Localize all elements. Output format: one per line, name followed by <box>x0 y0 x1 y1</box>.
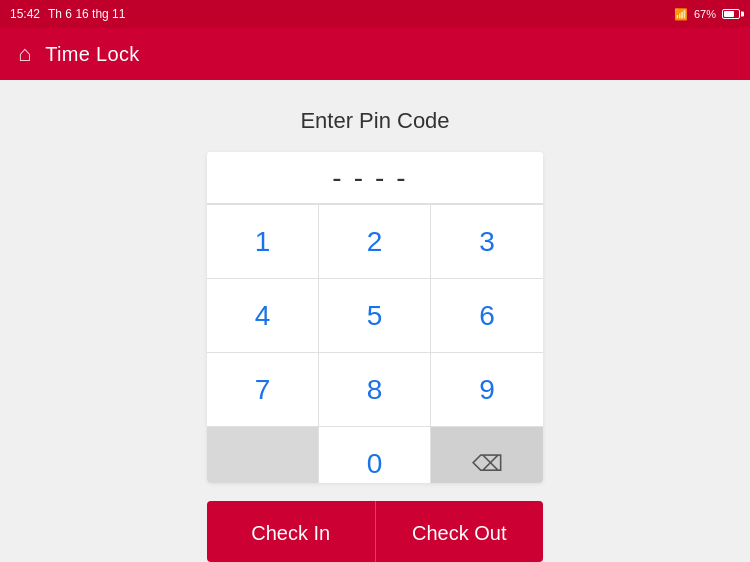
wifi-icon: 📶 <box>674 8 688 21</box>
home-icon[interactable]: ⌂ <box>18 41 31 67</box>
key-4[interactable]: 4 <box>207 279 319 353</box>
status-bar: 15:42 Th 6 16 thg 11 📶 67% <box>0 0 750 28</box>
key-8[interactable]: 8 <box>319 353 431 427</box>
key-0[interactable]: 0 <box>319 427 431 483</box>
bottom-buttons: Check In Check Out <box>207 501 543 562</box>
main-content: Enter Pin Code ---- 1 2 3 4 5 6 7 8 9 0 … <box>0 80 750 562</box>
key-7[interactable]: 7 <box>207 353 319 427</box>
check-in-button[interactable]: Check In <box>207 501 375 562</box>
app-title: Time Lock <box>45 43 139 66</box>
key-empty <box>207 427 319 483</box>
battery-text: 67% <box>694 8 716 20</box>
key-1[interactable]: 1 <box>207 205 319 279</box>
pin-value: ---- <box>332 162 417 194</box>
status-date: Th 6 16 thg 11 <box>48 7 125 21</box>
key-backspace[interactable]: ⌫ <box>431 427 543 483</box>
battery-icon <box>722 9 740 19</box>
pin-display: ---- <box>207 152 543 204</box>
keypad-container: ---- 1 2 3 4 5 6 7 8 9 0 ⌫ <box>207 152 543 483</box>
key-2[interactable]: 2 <box>319 205 431 279</box>
key-5[interactable]: 5 <box>319 279 431 353</box>
key-3[interactable]: 3 <box>431 205 543 279</box>
app-header: ⌂ Time Lock <box>0 28 750 80</box>
keypad-grid: 1 2 3 4 5 6 7 8 9 0 ⌫ <box>207 204 543 483</box>
key-9[interactable]: 9 <box>431 353 543 427</box>
status-icons: 📶 67% <box>674 8 740 21</box>
enter-pin-label: Enter Pin Code <box>300 108 449 134</box>
status-time: 15:42 <box>10 7 40 21</box>
key-6[interactable]: 6 <box>431 279 543 353</box>
check-out-button[interactable]: Check Out <box>375 501 544 562</box>
